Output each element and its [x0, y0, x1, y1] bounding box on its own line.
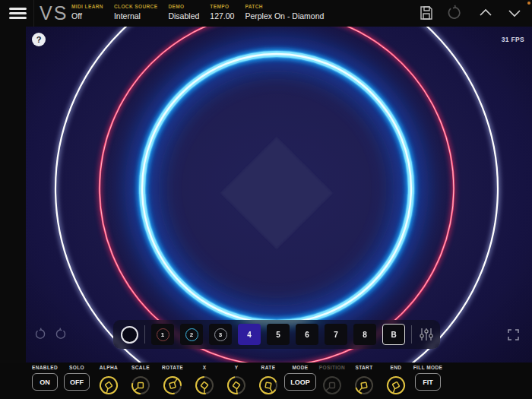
- rate-knob[interactable]: [257, 373, 280, 396]
- y-knob[interactable]: [225, 373, 248, 396]
- fullscreen-icon[interactable]: [507, 328, 520, 341]
- solo-toggle-button[interactable]: OFF: [64, 373, 90, 391]
- control-y: Y: [220, 365, 252, 396]
- field-label: DEMO: [168, 4, 199, 9]
- x-knob[interactable]: [193, 373, 216, 396]
- layer-button-2[interactable]: 2: [180, 324, 203, 345]
- control-label: X: [203, 365, 207, 370]
- layer-button-4[interactable]: 4: [238, 324, 261, 345]
- layer-button-5[interactable]: 5: [267, 324, 290, 345]
- divider: [33, 0, 34, 27]
- field-label: PATCH: [245, 4, 324, 9]
- control-scale: SCALE: [125, 365, 157, 396]
- canvas-undo-icon[interactable]: [33, 328, 46, 340]
- mode-toggle-button[interactable]: LOOP: [284, 373, 316, 391]
- canvas-redo-icon[interactable]: [55, 328, 68, 340]
- field-value: 127.00: [210, 11, 234, 21]
- control-label: END: [391, 365, 402, 370]
- control-solo: SOLOOFF: [61, 365, 93, 396]
- control-bar: ENABLEDONSOLOOFFALPHASCALEROTATEXYRATEMO…: [0, 363, 532, 399]
- layer-button-8[interactable]: 8: [353, 324, 376, 345]
- control-enabled: ENABLEDON: [29, 365, 61, 396]
- control-label: START: [355, 365, 372, 370]
- field-value: Internal: [114, 11, 158, 21]
- top-field-patch[interactable]: PATCHPerplex On - Diamond: [245, 4, 324, 21]
- control-label: ALPHA: [100, 365, 118, 370]
- notification-dot: [527, 2, 530, 5]
- help-button[interactable]: ?: [32, 33, 46, 46]
- control-x: X: [188, 365, 220, 396]
- top-field-tempo[interactable]: TEMPO127.00: [210, 4, 234, 21]
- fill-mode-toggle-button[interactable]: FIT: [415, 373, 441, 391]
- top-field-demo[interactable]: DEMODisabled: [168, 4, 199, 21]
- alpha-knob[interactable]: [97, 373, 120, 396]
- rings-visual: [26, 27, 532, 363]
- layer-button-6[interactable]: 6: [296, 324, 318, 345]
- enabled-toggle-button[interactable]: ON: [32, 373, 58, 391]
- layer-button-3[interactable]: 3: [209, 324, 232, 345]
- control-label: RATE: [261, 365, 276, 370]
- position-knob: [321, 373, 344, 396]
- start-knob[interactable]: [353, 373, 375, 396]
- control-fill-mode: FILL MODEFIT: [412, 365, 444, 396]
- layer-button-1[interactable]: 1: [151, 324, 174, 345]
- field-label: TEMPO: [210, 4, 234, 9]
- field-label: CLOCK SOURCE: [114, 4, 158, 9]
- control-alpha: ALPHA: [93, 365, 125, 396]
- top-field-clock-source[interactable]: CLOCK SOURCEInternal: [114, 4, 158, 21]
- chevron-up-icon[interactable]: [477, 5, 494, 21]
- field-value: Perplex On - Diamond: [245, 11, 324, 21]
- chevron-down-icon[interactable]: [506, 5, 523, 21]
- control-label: SOLO: [69, 365, 84, 370]
- control-mode: MODELOOP: [284, 365, 316, 396]
- divider: [411, 325, 412, 344]
- layer-thumbnail-ring: 1: [157, 328, 169, 341]
- control-label: MODE: [292, 365, 308, 370]
- control-label: POSITION: [319, 365, 345, 370]
- control-rotate: ROTATE: [157, 365, 188, 396]
- control-label: ROTATE: [162, 365, 183, 370]
- layer-thumbnail-ring: 3: [214, 328, 227, 341]
- control-rate: RATE: [252, 365, 284, 396]
- end-knob[interactable]: [385, 373, 407, 396]
- visual-canvas[interactable]: ? 31 FPS 12345678B: [26, 27, 532, 363]
- control-position: POSITION: [316, 365, 348, 396]
- menu-icon[interactable]: [9, 8, 27, 19]
- top-field-midi-learn[interactable]: MIDI LEARNOff: [71, 4, 103, 21]
- undo-icon[interactable]: [445, 5, 462, 21]
- field-label: MIDI LEARN: [71, 4, 103, 9]
- control-label: SCALE: [131, 365, 150, 370]
- field-value: Disabled: [168, 11, 199, 21]
- fps-counter: 31 FPS: [502, 36, 524, 43]
- layer-controls: ENABLEDONSOLOOFFALPHASCALEROTATEXYRATEMO…: [29, 365, 444, 396]
- top-bar: VS MIDI LEARNOffCLOCK SOURCEInternalDEMO…: [0, 0, 532, 27]
- layer-thumbnail-ring: 2: [185, 328, 198, 341]
- layer-buttons: 12345678B: [151, 324, 411, 345]
- layer-button-b[interactable]: B: [382, 324, 405, 345]
- scale-knob[interactable]: [129, 373, 152, 396]
- layer-selector: 12345678B: [113, 320, 440, 349]
- mixer-icon[interactable]: [418, 327, 435, 342]
- layer-button-7[interactable]: 7: [325, 324, 347, 345]
- control-start: START: [348, 365, 380, 396]
- patch-info-fields: MIDI LEARNOffCLOCK SOURCEInternalDEMODis…: [71, 4, 324, 21]
- vs-app: VS MIDI LEARNOffCLOCK SOURCEInternalDEMO…: [0, 0, 532, 399]
- save-icon[interactable]: [418, 5, 435, 21]
- control-end: END: [380, 365, 412, 396]
- control-label: FILL MODE: [413, 365, 443, 370]
- divider: [144, 325, 145, 344]
- app-logo: VS: [40, 2, 68, 24]
- layer-master-button[interactable]: [121, 326, 138, 344]
- left-sidebar: [0, 27, 26, 399]
- field-value: Off: [71, 11, 103, 21]
- control-label: ENABLED: [32, 365, 58, 370]
- control-label: Y: [235, 365, 239, 370]
- rotate-knob[interactable]: [161, 373, 184, 396]
